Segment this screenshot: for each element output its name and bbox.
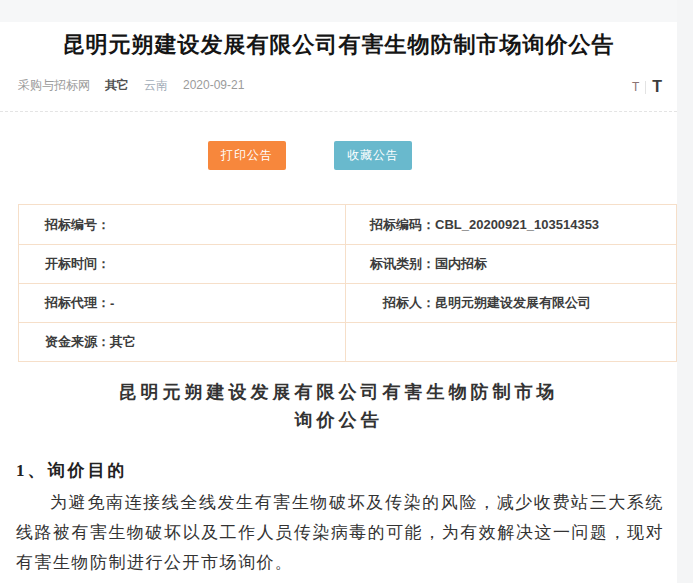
cell-label: 资金来源： <box>45 333 110 351</box>
meta-source: 采购与招标网 <box>18 77 90 94</box>
cell-label: 招标代理： <box>45 294 110 312</box>
table-cell: 标讯类别： 国内招标 <box>345 245 676 283</box>
table-cell: 资金来源： 其它 <box>19 323 345 361</box>
table-cell: 招标编号： <box>19 205 345 244</box>
table-cell: 招标代理： - <box>19 284 345 322</box>
announcement-title-line1: 昆明元朔建设发展有限公司有害生物防制市场 <box>0 378 677 406</box>
header-divider <box>0 111 677 112</box>
section-paragraph: 为避免南连接线全线发生有害生物破坏及传染的风险，减少收费站三大系统线路被有害生物… <box>16 488 664 578</box>
cell-label: 招标人： <box>370 294 435 312</box>
scrollbar[interactable] <box>677 0 693 583</box>
cell-value: 国内招标 <box>435 255 487 273</box>
font-size-small-button[interactable]: T <box>632 81 639 94</box>
table-cell: 开标时间： <box>19 245 345 283</box>
favorite-announcement-button[interactable]: 收藏公告 <box>334 141 412 170</box>
table-row: 资金来源： 其它 <box>19 322 676 361</box>
action-buttons-row: 打印公告 收藏公告 <box>208 141 412 170</box>
meta-region: 云南 <box>144 77 168 94</box>
bid-info-table: 招标编号： 招标编码： CBL_20200921_103514353 开标时间：… <box>18 204 677 362</box>
cell-value: 其它 <box>110 333 136 351</box>
announcement-title-line2: 询价公告 <box>0 406 677 434</box>
meta-date: 2020-09-21 <box>183 78 244 92</box>
meta-category: 其它 <box>105 77 129 94</box>
table-row: 开标时间： 标讯类别： 国内招标 <box>19 244 676 283</box>
table-cell: 招标人： 昆明元朔建设发展有限公司 <box>345 284 676 322</box>
cell-label: 标讯类别： <box>370 255 435 273</box>
font-size-controls: T T <box>632 76 662 94</box>
meta-row: 采购与招标网 其它 云南 2020-09-21 <box>18 77 244 93</box>
table-cell: 招标编码： CBL_20200921_103514353 <box>345 205 676 244</box>
announcement-title: 昆明元朔建设发展有限公司有害生物防制市场 询价公告 <box>0 378 677 434</box>
content-card: 昆明元朔建设发展有限公司有害生物防制市场询价公告 采购与招标网 其它 云南 20… <box>0 22 677 583</box>
table-row: 招标代理： - 招标人： 昆明元朔建设发展有限公司 <box>19 283 676 322</box>
table-cell <box>345 323 676 361</box>
page-title: 昆明元朔建设发展有限公司有害生物防制市场询价公告 <box>0 30 677 60</box>
font-size-large-button[interactable]: T <box>652 79 662 94</box>
table-row: 招标编号： 招标编码： CBL_20200921_103514353 <box>19 205 676 244</box>
print-announcement-button[interactable]: 打印公告 <box>208 141 286 170</box>
cell-value: - <box>110 296 114 311</box>
cell-value: CBL_20200921_103514353 <box>435 217 599 232</box>
section-heading: 1、询价目的 <box>16 459 128 482</box>
font-controls-divider <box>645 81 646 94</box>
cell-label: 开标时间： <box>45 255 110 273</box>
cell-value: 昆明元朔建设发展有限公司 <box>435 294 591 312</box>
cell-label: 招标编码： <box>370 216 435 234</box>
cell-label: 招标编号： <box>45 216 110 234</box>
